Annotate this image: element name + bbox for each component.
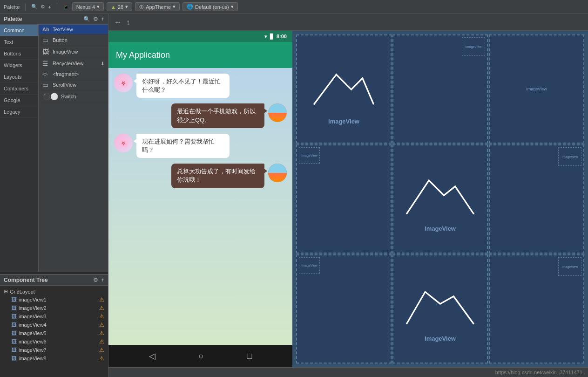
- tree-item-imageview7[interactable]: 🖼 imageView7 ⚠: [0, 346, 108, 354]
- secondary-toolbar: ↔ ↕: [108, 14, 588, 31]
- palette-item-switch[interactable]: ⚫⚪ Switch: [39, 91, 108, 103]
- tree-add-icon[interactable]: +: [101, 277, 104, 283]
- grid-icon: ⊞: [4, 288, 8, 295]
- grid-cell-5[interactable]: ImageView: [392, 144, 488, 254]
- grid-cell-9[interactable]: ImageView: [489, 254, 584, 363]
- palette-add-icon[interactable]: +: [101, 16, 104, 22]
- avatar-flower-2: 🌸: [114, 134, 133, 152]
- message-row-3: 🌸 现在进展如何？需要我帮忙吗？: [114, 134, 287, 158]
- grid-cell-7[interactable]: ImageView: [296, 254, 392, 363]
- message-bubble-3: 现在进展如何？需要我帮忙吗？: [136, 134, 230, 158]
- palette-cat-widgets[interactable]: Widgets: [0, 60, 38, 71]
- switch-icon: ⚫⚪: [42, 93, 58, 100]
- palette-cat-text[interactable]: Text: [0, 36, 38, 48]
- message-bubble-4: 总算大功告成了，有时间发给你玩哦！: [171, 164, 264, 188]
- theme-selector[interactable]: ◎ AppTheme ▾: [135, 2, 180, 11]
- palette-search-icon[interactable]: 🔍: [83, 16, 90, 22]
- palette-item-imageview[interactable]: 🖼 ImageView: [39, 46, 108, 58]
- mountain-svg-1: [306, 54, 381, 118]
- avatar-sunset-2: [268, 164, 287, 182]
- imageview4-label: imageView4: [19, 322, 97, 328]
- locale-selector[interactable]: 🌐 Default (en-us) ▾: [182, 2, 238, 11]
- toolbar-icons: 🔍 ⚙ +: [31, 4, 51, 10]
- button-label: Button: [53, 37, 104, 43]
- canvas-area: ▾ ▊ 8:00 My Application 🌸: [108, 31, 588, 367]
- message-row-1: 🌸 你好呀，好久不见了！最近忙什么呢？: [114, 74, 287, 98]
- horizontal-arrow-icon[interactable]: ↔: [114, 18, 122, 27]
- grid-cell-8[interactable]: ImageView: [392, 254, 488, 363]
- palette-cat-common[interactable]: Common: [0, 25, 38, 36]
- palette-item-recyclerview[interactable]: ☰ RecyclerView ⬇: [39, 58, 108, 69]
- main-layout: Palette 🔍 ⚙ + Common Text Buttons Widget…: [0, 14, 588, 377]
- tree-item-imageview6[interactable]: 🖼 imageView6 ⚠: [0, 337, 108, 346]
- image-icon-1: 🖼: [11, 296, 17, 303]
- grid-cell-3[interactable]: ImageView: [489, 34, 584, 144]
- locale-chevron-icon: ▾: [231, 4, 234, 10]
- message-text-2: 最近在做一个手机游戏，所以很少上QQ。: [177, 108, 256, 123]
- phone-app-bar: My Application: [108, 42, 292, 68]
- grid-cell-2[interactable]: ImageView: [392, 34, 488, 144]
- orientation-section: 📱 Nexus 4 ▾ ▲ 28 ▾ ◎ AppTheme ▾ 🌐 Defaul…: [63, 2, 238, 11]
- api-selector[interactable]: ▲ 28 ▾: [107, 2, 132, 11]
- chat-area[interactable]: 🌸 你好呀，好久不见了！最近忙什么呢？: [108, 68, 292, 345]
- tree-item-imageview4[interactable]: 🖼 imageView4 ⚠: [0, 321, 108, 329]
- small-imageview-9: ImageView: [558, 257, 581, 276]
- phone-icon: 📱: [63, 4, 69, 10]
- image-icon-5: 🖼: [11, 330, 17, 336]
- warning-icon-6: ⚠: [99, 338, 104, 345]
- url-text: https://blog.csdn.net/weixin_37411471: [495, 370, 582, 375]
- url-bar: https://blog.csdn.net/weixin_37411471: [108, 367, 588, 377]
- palette-categories: Common Text Buttons Widgets Layouts Cont…: [0, 25, 39, 272]
- palette-settings-icon[interactable]: ⚙: [93, 16, 98, 22]
- image-icon-6: 🖼: [11, 338, 17, 345]
- image-icon-4: 🖼: [11, 322, 17, 328]
- tree-item-imageview2[interactable]: 🖼 imageView2 ⚠: [0, 304, 108, 312]
- small-label-9: ImageView: [562, 265, 578, 268]
- recyclerview-icon: ☰: [42, 60, 50, 67]
- component-tree-section: Component Tree ⚙ + ⊞ GridLayout 🖼 imageV…: [0, 274, 108, 377]
- tree-item-gridlayout[interactable]: ⊞ GridLayout: [0, 288, 108, 295]
- phone-preview: ▾ ▊ 8:00 My Application 🌸: [108, 31, 292, 367]
- small-label-4: ImageView: [301, 154, 318, 157]
- grid-cell-4[interactable]: ImageView: [296, 144, 392, 254]
- settings-icon[interactable]: ⚙: [41, 4, 45, 10]
- palette-cat-google[interactable]: Google: [0, 95, 38, 106]
- search-icon[interactable]: 🔍: [31, 4, 38, 10]
- imageview2-label: imageView2: [19, 305, 97, 311]
- button-icon: ▭: [42, 36, 50, 44]
- palette-item-fragment[interactable]: <> <fragment>: [39, 69, 108, 79]
- recents-button[interactable]: □: [247, 351, 252, 361]
- tree-item-imageview1[interactable]: 🖼 imageView1 ⚠: [0, 295, 108, 304]
- grid-cell-6[interactable]: ImageView: [489, 144, 584, 254]
- message-bubble-2: 最近在做一个手机游戏，所以很少上QQ。: [171, 103, 264, 128]
- palette-item-scrollview[interactable]: ▭ ScrollView: [39, 79, 108, 91]
- palette-cat-buttons[interactable]: Buttons: [0, 48, 38, 60]
- tree-item-imageview3[interactable]: 🖼 imageView3 ⚠: [0, 312, 108, 321]
- add-icon[interactable]: +: [48, 4, 51, 10]
- palette-cat-containers[interactable]: Containers: [0, 83, 38, 95]
- palette-section: Palette 🔍 ⚙ + Common Text Buttons Widget…: [0, 14, 108, 272]
- tree-settings-icon[interactable]: ⚙: [93, 277, 98, 283]
- home-button[interactable]: ○: [199, 351, 204, 361]
- locale-label: Default (en-us): [195, 4, 229, 10]
- message-text-4: 总算大功告成了，有时间发给你玩哦！: [177, 168, 256, 183]
- palette-cat-legacy[interactable]: Legacy: [0, 106, 38, 118]
- device-selector[interactable]: Nexus 4 ▾: [72, 2, 104, 11]
- content-area: ↔ ↕ ▾ ▊ 8:00 My Application: [108, 14, 588, 377]
- tree-item-imageview5[interactable]: 🖼 imageView5 ⚠: [0, 329, 108, 337]
- image-icon-7: 🖼: [11, 347, 17, 353]
- vertical-arrow-icon[interactable]: ↕: [126, 18, 130, 27]
- left-panel: Palette 🔍 ⚙ + Common Text Buttons Widget…: [0, 14, 108, 377]
- palette-item-button[interactable]: ▭ Button: [39, 34, 108, 46]
- grid-cell-1[interactable]: ImageView: [296, 34, 392, 144]
- bubble-tail-2: [264, 108, 267, 114]
- grid-cell-label-8: ImageView: [425, 335, 456, 342]
- small-imageview-2: ImageView: [462, 37, 485, 56]
- back-button[interactable]: ◁: [149, 351, 155, 361]
- small-label-3: ImageView: [526, 87, 547, 91]
- warning-icon-2: ⚠: [99, 305, 104, 311]
- scrollview-icon: ▭: [42, 81, 50, 89]
- palette-cat-layouts[interactable]: Layouts: [0, 71, 38, 83]
- tree-item-imageview8[interactable]: 🖼 imageView8 ⚠: [0, 354, 108, 363]
- palette-item-textview[interactable]: Ab TextView: [39, 25, 108, 34]
